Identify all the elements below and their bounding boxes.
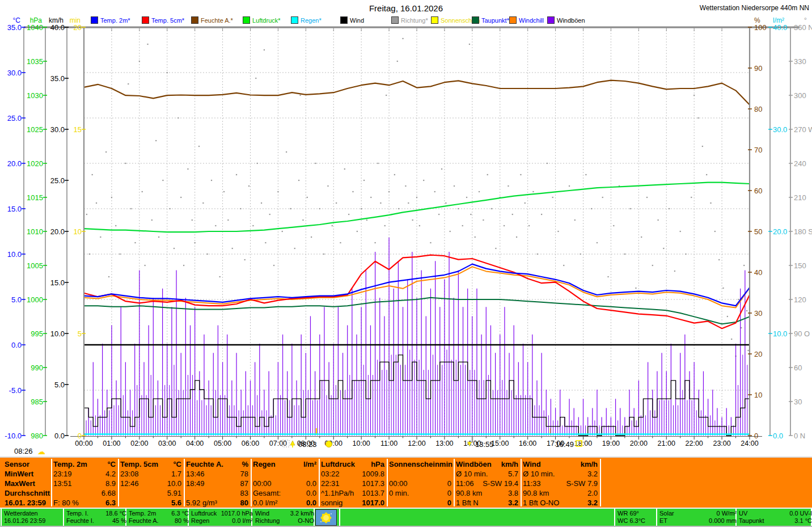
table-column-unit: % (242, 460, 248, 468)
svg-text:06:00: 06:00 (242, 440, 259, 447)
svg-text:330: 330 (794, 57, 806, 66)
statusbar-box-7: Solar0 W/m²ET0.000 mm (657, 510, 739, 525)
svg-text:70: 70 (754, 146, 762, 154)
series-windboeen (84, 238, 750, 436)
svg-text:30.0: 30.0 (50, 125, 65, 134)
table-cell-value: 6.68 (102, 489, 116, 497)
svg-text:990: 990 (31, 364, 43, 372)
table-cell-value: 1009.8 (362, 470, 384, 478)
table-column-separator (600, 459, 601, 506)
x-axis-labels: 00:0001:0002:0003:0004:0005:0006:0007:00… (75, 440, 758, 447)
statusbar-label: Feuchte A. (129, 517, 159, 525)
table-cell-label: 23:19 (53, 470, 72, 478)
svg-text:16:00: 16:00 (519, 440, 536, 447)
statusbar-label: Wetterdaten (4, 510, 38, 517)
table-column-unit: hPa (371, 460, 384, 468)
table-column-unit: km/h (581, 460, 598, 468)
svg-text:0.0: 0.0 (773, 432, 783, 440)
svg-text:5.0: 5.0 (11, 295, 22, 304)
table-column-separator (319, 459, 320, 506)
svg-text:120: 120 (794, 295, 806, 304)
statusbar-label: WR 69° (618, 510, 639, 517)
table-column-wind: Windkm/hØ 10 min.3.211:33S-SW 7.990.8 km… (523, 459, 598, 508)
svg-text:80: 80 (754, 105, 762, 113)
table-cell-label: 03:22 (321, 470, 340, 478)
statusbar-label: Richtung (255, 517, 280, 525)
table-cell-value: S-SW 7.9 (566, 479, 598, 488)
statusbar-label: 16.01.26 23:59 (4, 517, 45, 525)
table-cell-value: 1013.7 (362, 489, 384, 497)
table-cell-value: 2.0 (587, 489, 598, 497)
svg-text:hPa: hPa (30, 16, 43, 24)
table-cell-value: 78 (240, 470, 248, 478)
svg-text:08:23: 08:23 (298, 440, 317, 449)
svg-text:20.0: 20.0 (7, 159, 22, 168)
table-column-header: Luftdruck (321, 460, 355, 468)
svg-text:240: 240 (794, 159, 806, 168)
svg-text:1015: 1015 (27, 193, 43, 202)
table-column-separator (51, 459, 52, 506)
table-column-header: Regen (253, 460, 276, 468)
svg-text:20.0: 20.0 (50, 227, 65, 236)
svg-text:35.0: 35.0 (50, 74, 65, 83)
sun-in-sky-icon (315, 509, 337, 526)
table-cell-value: 8.9 (105, 479, 116, 488)
table-cell-value: 5.6 (171, 499, 181, 507)
statusbar-label: Regen (191, 517, 209, 525)
table-cell-label: F: 80 % (53, 499, 79, 507)
statusbar-value: 0.000 mm (709, 517, 737, 525)
statusbar-value: 3.1 °C (794, 517, 812, 525)
statusbar-label: Feuchte I. (66, 517, 94, 525)
table-cell-label: 1 Bft O-NO (523, 499, 559, 507)
weather-chart: 35.030.025.020.015.010.05.00.0-5.0-10.0°… (0, 0, 812, 528)
svg-text:0.0: 0.0 (54, 432, 65, 440)
svg-text:150: 150 (794, 261, 806, 270)
table-column-separator (251, 459, 252, 506)
svg-text:km/h: km/h (49, 16, 64, 24)
svg-text:min: min (70, 16, 81, 24)
statusbar-value: 6.3 °C (171, 510, 189, 517)
statusbar-label: Temp. I. (66, 510, 88, 517)
table-cell-value: 0 (447, 499, 451, 507)
statusbar-separator (339, 509, 340, 526)
table-cell-label: 23:08 (120, 470, 139, 478)
table-cell-label: 18:49 (186, 479, 205, 488)
table-row-label-column: SensorMinWertMaxWertDurchschnitt16.01. 2… (5, 459, 49, 508)
weather-app-screen: Freitag, 16.01.2026 Wetterstation Nieder… (0, 0, 812, 528)
svg-text:13:00: 13:00 (435, 440, 453, 447)
table-cell-value: 10.0 (167, 479, 181, 488)
svg-text:1020: 1020 (27, 159, 43, 168)
table-row-label: MaxWert (5, 479, 35, 488)
statusbar-box-5: Wind3.2 km/hRichtungO-NO (253, 510, 316, 525)
table-cell-value: 0 (447, 489, 451, 497)
sensor-statistics-table: SensorMinWertMaxWertDurchschnitt16.01. 2… (0, 457, 812, 508)
table-cell-value: 3.2 (587, 499, 598, 507)
svg-text:30: 30 (794, 398, 802, 406)
table-cell-value: 87 (240, 479, 248, 488)
svg-text:02:00: 02:00 (130, 440, 148, 447)
table-cell-value: 1.7 (171, 470, 181, 478)
svg-text:10.0: 10.0 (773, 330, 787, 338)
table-cell-value: 80 (240, 499, 248, 507)
svg-text:980: 980 (31, 432, 43, 440)
svg-text:210: 210 (794, 193, 806, 202)
table-column-windb-en: Windböenkm/hØ 10 min.5.711:06S-SW 19.490… (456, 459, 518, 508)
table-row-label: MinWert (5, 470, 33, 478)
svg-text:12:00: 12:00 (408, 440, 425, 447)
table-column-header: Temp. 2m (53, 460, 87, 468)
table-cell-label: 5.92 g/m³ (186, 499, 217, 507)
svg-text:5: 5 (78, 330, 82, 338)
table-column-regen: Regenl/m²00:000.0Gesamt:0.00.0 l/m²0.0 (253, 459, 316, 508)
statusbar-label: Luftdruck (191, 510, 217, 517)
svg-text:90: 90 (754, 64, 762, 73)
svg-text:1035: 1035 (27, 57, 43, 66)
table-column-header: Feuchte A. (186, 460, 223, 468)
svg-text:21:00: 21:00 (658, 440, 675, 447)
table-column-unit: l/m² (303, 460, 316, 468)
table-cell-label: 11:06 (456, 479, 474, 488)
svg-text:30: 30 (754, 309, 762, 318)
table-column-separator (521, 459, 522, 506)
svg-text:-10.0: -10.0 (5, 432, 22, 440)
svg-text:05:00: 05:00 (214, 440, 231, 447)
statusbar-value: 3.2 km/h (290, 510, 314, 517)
